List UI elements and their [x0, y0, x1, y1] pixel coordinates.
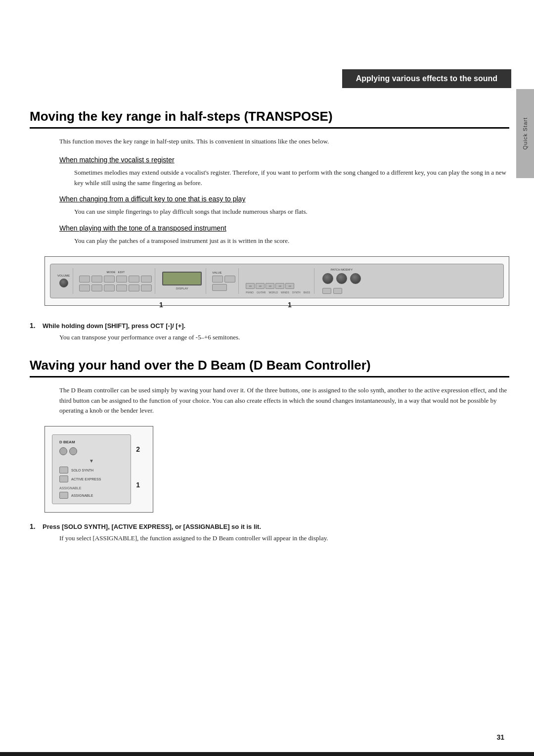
dbeam-assign-row: ASSIGNABLE: [59, 492, 124, 499]
synth-device-image: VOLUME MODE EDIT: [44, 256, 509, 306]
synth-val-btn-1: [212, 276, 223, 283]
synth-btn-1: [79, 276, 90, 283]
patch-btn-1: [322, 288, 331, 294]
dbeam-assignable-title: ASSIGNABLE: [59, 486, 124, 490]
section2-title: Waving your hand over the D Beam (D Beam…: [30, 358, 509, 378]
synth-btn-6: [141, 276, 152, 283]
synth-btn-11: [129, 284, 139, 291]
dbeam-title-label: D BEAM: [59, 440, 124, 444]
synth-btn-7: [79, 284, 90, 291]
volume-knob: [59, 279, 68, 287]
synth-btn-5: [129, 276, 139, 283]
dbeam-marker-1: 1: [136, 481, 140, 489]
page-container: Quick Start Applying various effects to …: [0, 0, 534, 756]
tab-label: Quick Start: [522, 117, 528, 149]
dbeam-solo-row: SOLO SYNTH: [59, 467, 124, 473]
section2-step1-sub: If you select [ASSIGNABLE], the function…: [59, 533, 509, 544]
dbeam-marker-2: 2: [136, 445, 140, 453]
dbeam-device-image: D BEAM ▼ SOLO SYNTH ACTIVE EXPRESS ASSI: [44, 426, 153, 513]
dbeam-active-btn: [59, 475, 68, 482]
synth-val-btn-2: [224, 276, 235, 283]
section1-title: Moving the key range in half-steps (TRAN…: [30, 109, 509, 129]
dbeam-assign-btn: [59, 492, 68, 499]
dbeam-active-label: ACTIVE EXPRESS: [71, 477, 101, 481]
dbeam-panel: D BEAM ▼ SOLO SYNTH ACTIVE EXPRESS ASSI: [52, 434, 131, 504]
section2-step1-text: Press [SOLO SYNTH], [ACTIVE EXPRESS], or…: [43, 523, 261, 530]
section1-step1: 1. While holding down [SHIFT], press OCT…: [30, 322, 509, 343]
synth-btn-3: [104, 276, 115, 283]
synth-btn-9: [104, 284, 115, 291]
dbeam-buttons: SOLO SYNTH ACTIVE EXPRESS ASSIGNABLE ASS…: [59, 467, 124, 499]
subsection-heading-1: When matching the vocalist s register: [59, 156, 509, 164]
patch-knob-3: [350, 273, 361, 284]
synth-btn-12: [141, 284, 152, 291]
section1-intro: This function moves the key range in hal…: [59, 137, 509, 147]
subsection-heading-2: When changing from a difficult key to on…: [59, 195, 509, 203]
synth-display: [162, 272, 202, 285]
patch-btn-2: [333, 288, 342, 294]
marker-2: 1: [288, 301, 292, 309]
quick-start-tab: Quick Start: [516, 89, 534, 178]
synth-btn-2: [91, 276, 102, 283]
marker-1: 1: [159, 301, 163, 309]
section-header-box: Applying various effects to the sound: [342, 69, 511, 88]
synth-btn-10: [116, 284, 127, 291]
synth-btn-8: [91, 284, 102, 291]
main-content: Moving the key range in half-steps (TRAN…: [30, 109, 509, 726]
subsection-body-2: You can use simple fingerings to play di…: [74, 207, 509, 217]
patch-knob-1: [322, 273, 333, 284]
dbeam-assign-label: ASSIGNABLE: [71, 494, 93, 497]
page-number: 31: [496, 733, 504, 741]
subsection-heading-3: When playing with the tone of a transpos…: [59, 224, 509, 232]
dbeam-sensor: [59, 447, 124, 455]
dbeam-circle-1: [59, 447, 67, 455]
step1-number: 1.: [30, 322, 39, 330]
section2-step1-number: 1.: [30, 522, 39, 530]
step1-sub: You can transpose your performance over …: [59, 332, 509, 343]
patch-knob-2: [336, 273, 347, 284]
dbeam-solo-label: SOLO SYNTH: [71, 469, 93, 472]
section2-step1: 1. Press [SOLO SYNTH], [ACTIVE EXPRESS],…: [30, 522, 509, 544]
dbeam-arrow: ▼: [59, 458, 124, 464]
dbeam-circle-2: [69, 447, 77, 455]
bottom-bar: [0, 752, 534, 756]
dbeam-solo-btn: [59, 467, 68, 473]
step1-text: While holding down [SHIFT], press OCT [-…: [43, 322, 185, 330]
synth-btn-4: [116, 276, 127, 283]
synth-enter-btn: [212, 284, 227, 291]
subsection-body-1: Sometimes melodies may extend outside a …: [74, 168, 509, 189]
subsection-body-3: You can play the patches of a transposed…: [74, 236, 509, 246]
dbeam-active-row: ACTIVE EXPRESS: [59, 475, 124, 482]
section2-intro: The D Beam controller can be used simply…: [59, 385, 509, 416]
header-box-text: Applying various effects to the sound: [356, 74, 497, 83]
